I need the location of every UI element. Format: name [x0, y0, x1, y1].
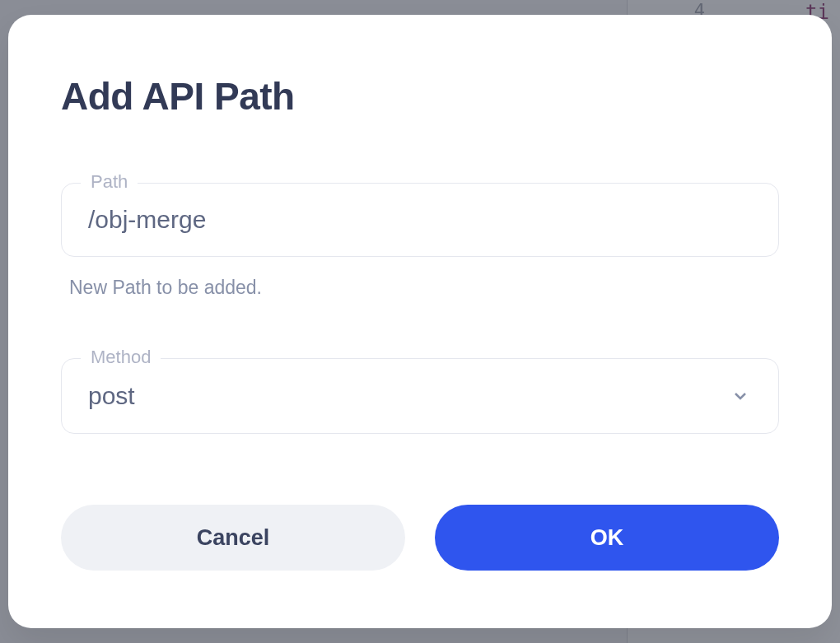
path-input[interactable] — [61, 183, 779, 257]
modal-title: Add API Path — [61, 74, 779, 119]
ok-button[interactable]: OK — [435, 505, 779, 571]
method-selected-value: post — [88, 382, 729, 410]
method-field: Method post — [61, 358, 779, 434]
path-label: Path — [81, 171, 138, 193]
add-api-path-modal: Add API Path Path New Path to be added. … — [8, 15, 832, 628]
chevron-down-icon — [729, 384, 752, 408]
method-label: Method — [81, 347, 161, 368]
method-select[interactable]: post — [61, 358, 779, 434]
modal-button-row: Cancel OK — [61, 505, 779, 571]
cancel-button[interactable]: Cancel — [61, 505, 405, 571]
path-helper-text: New Path to be added. — [69, 277, 779, 299]
path-field: Path — [61, 183, 779, 257]
